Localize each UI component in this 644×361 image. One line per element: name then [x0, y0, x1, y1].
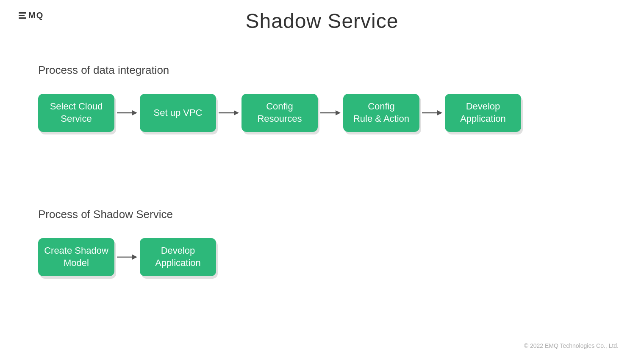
page-title: Shadow Service — [0, 9, 644, 33]
section-two-title: Process of Shadow Service — [38, 208, 216, 221]
step-create-shadow: Create ShadowModel — [38, 238, 114, 276]
step-select-cloud-label: Select CloudService — [50, 101, 103, 125]
step-config-resources: ConfigResources — [242, 94, 318, 132]
flow-one: Select CloudService Set up VPC ConfigRes… — [38, 94, 521, 132]
svg-marker-1 — [132, 110, 137, 115]
svg-marker-7 — [437, 110, 442, 115]
step-develop-app-1-label: DevelopApplication — [460, 101, 506, 125]
section-data-integration: Process of data integration Select Cloud… — [38, 64, 521, 132]
svg-marker-5 — [336, 110, 341, 115]
arrow-4 — [419, 108, 445, 118]
copyright: © 2022 EMQ Technologies Co., Ltd. — [524, 342, 619, 349]
section-shadow-service: Process of Shadow Service Create ShadowM… — [38, 208, 216, 276]
step-config-rule: ConfigRule & Action — [343, 94, 419, 132]
step-develop-app-1: DevelopApplication — [445, 94, 521, 132]
step-select-cloud: Select CloudService — [38, 94, 114, 132]
step-develop-app-2: DevelopApplication — [140, 238, 216, 276]
step-config-resources-label: ConfigResources — [257, 101, 302, 125]
step-config-rule-label: ConfigRule & Action — [353, 101, 409, 125]
flow-two: Create ShadowModel DevelopApplication — [38, 238, 216, 276]
step-setup-vpc-label: Set up VPC — [154, 107, 203, 119]
section-one-title: Process of data integration — [38, 64, 521, 77]
step-create-shadow-label: Create ShadowModel — [44, 245, 108, 269]
arrow-2 — [216, 108, 242, 118]
svg-marker-3 — [234, 110, 239, 115]
step-develop-app-2-label: DevelopApplication — [155, 245, 201, 269]
arrow-5 — [114, 252, 140, 262]
arrow-1 — [114, 108, 140, 118]
svg-marker-9 — [132, 255, 137, 260]
step-setup-vpc: Set up VPC — [140, 94, 216, 132]
arrow-3 — [318, 108, 343, 118]
